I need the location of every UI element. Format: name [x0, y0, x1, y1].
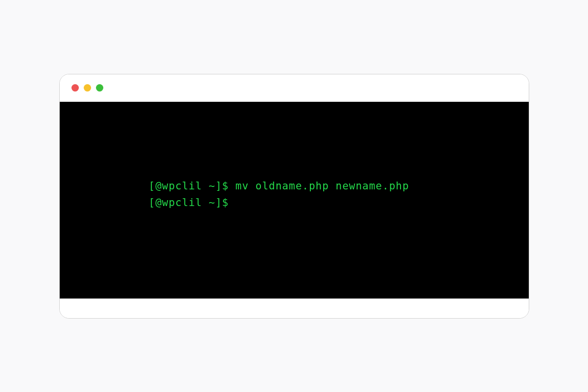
terminal-prompt: [@wpclil ~]$ [149, 194, 529, 211]
zoom-icon[interactable] [96, 84, 103, 92]
close-icon[interactable] [71, 84, 79, 92]
minimize-icon[interactable] [84, 84, 91, 92]
terminal-window: [@wpclil ~]$ mv oldname.php newname.php[… [59, 74, 529, 319]
window-footer [60, 299, 529, 318]
terminal-line: [@wpclil ~]$ mv oldname.php newname.php [149, 178, 529, 195]
window-titlebar [60, 74, 529, 102]
terminal-body[interactable]: [@wpclil ~]$ mv oldname.php newname.php[… [60, 102, 529, 299]
